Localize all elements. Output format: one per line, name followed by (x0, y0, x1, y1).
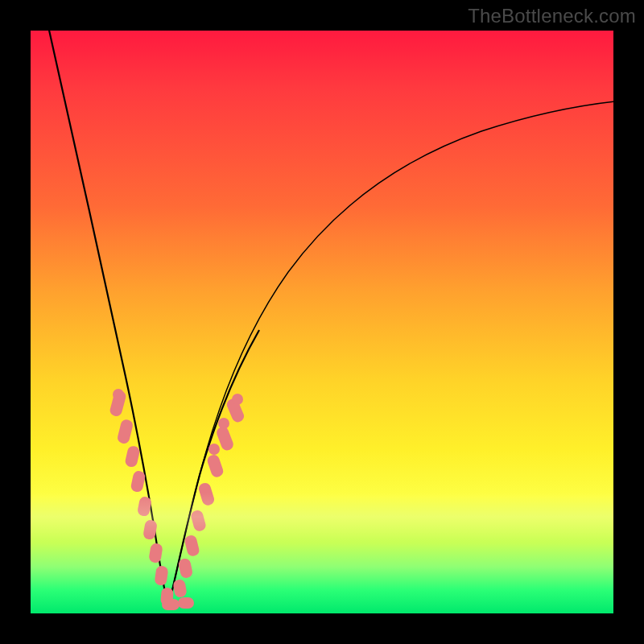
beads-left (109, 390, 174, 606)
curve-group (48, 27, 615, 607)
watermark-text: TheBottleneck.com (468, 5, 636, 27)
svg-rect-14 (190, 509, 207, 532)
left-curve (48, 27, 168, 607)
svg-rect-3 (130, 470, 146, 493)
svg-point-22 (218, 418, 229, 429)
svg-rect-6 (148, 543, 163, 564)
beads-bottom (162, 597, 194, 610)
svg-rect-7 (154, 565, 168, 586)
svg-rect-1 (117, 419, 134, 445)
svg-rect-16 (206, 453, 225, 478)
svg-rect-13 (184, 534, 200, 557)
chart-canvas (31, 31, 613, 613)
svg-rect-9 (162, 599, 180, 610)
right-curve (168, 101, 615, 607)
svg-rect-12 (178, 558, 194, 580)
outer-frame: TheBottleneck.com (0, 0, 644, 644)
svg-point-21 (208, 444, 220, 455)
plot-area (31, 31, 613, 613)
svg-rect-4 (137, 496, 152, 517)
svg-rect-2 (124, 445, 140, 469)
bead-cap-right-top (232, 394, 243, 405)
svg-rect-15 (197, 481, 216, 506)
svg-rect-10 (178, 597, 194, 609)
bead-cap-left-top (113, 389, 124, 400)
beads-right (172, 397, 246, 598)
